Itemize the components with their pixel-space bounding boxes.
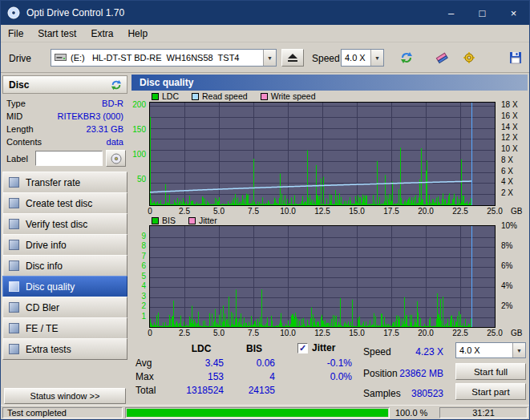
menu-item-help[interactable]: Help (120, 25, 155, 42)
x-tick: 22.5 (452, 207, 467, 216)
chart2-x-axis: 02.55.07.510.012.515.017.520.022.525.0GB (150, 329, 527, 338)
eraser-icon (435, 51, 448, 64)
position-value: 23862 MB (394, 368, 443, 379)
sidebar-item-transfer-rate[interactable]: Transfer rate (2, 172, 127, 193)
right-tick: 18 X (501, 100, 518, 109)
result-value-avg-ldc: 3.45 (179, 357, 224, 369)
disc-info-value: data (107, 137, 123, 147)
column-header-ldc: LDC (179, 343, 224, 354)
read-label-button[interactable] (106, 150, 126, 167)
left-tick: 100 (132, 150, 146, 159)
disc-info-label: Type (6, 99, 26, 108)
x-tick: 10.0 (280, 329, 295, 337)
status-message: Test completed (2, 407, 123, 418)
sidebar-item-verify-test-disc[interactable]: Verify test disc (2, 213, 127, 235)
status-text: Test completed (7, 408, 67, 418)
right-tick: 6 X (501, 167, 513, 176)
sidebar-item-cd-bler[interactable]: CD Bler (2, 297, 127, 318)
x-tick: 2.5 (179, 329, 190, 337)
legend-label: BIS (162, 216, 176, 225)
disc-info-row: Length23.31 GB (6, 123, 123, 135)
elapsed-time-text: 31:21 (472, 408, 495, 418)
x-tick: 17.5 (383, 207, 399, 216)
maximize-button[interactable]: □ (467, 1, 498, 25)
menu-item-extra[interactable]: Extra (83, 25, 120, 42)
disc-info-row: TypeBD-R (6, 97, 123, 110)
drive-select[interactable]: (E:) HL-DT-ST BD-RE WH16NS58 TST4 ▼ (51, 49, 277, 67)
menubar: FileStart testExtraHelp (1, 25, 529, 42)
legend-swatch (152, 217, 159, 224)
speed-select-results[interactable]: 4.0 X ▼ (455, 342, 526, 358)
jitter-header-label: Jitter (312, 342, 335, 353)
sidebar-item-label: FE / TE (26, 323, 58, 334)
x-tick: 5.0 (213, 207, 225, 216)
left-tick: 2 (141, 301, 146, 310)
window-title: Opti Drive Control 1.70 (26, 7, 435, 18)
disc-icon (111, 153, 122, 164)
sidebar-item-label: CD Bler (26, 302, 59, 313)
verify-test-disc-icon (9, 219, 19, 229)
label-label: Label (6, 154, 32, 164)
speed-select-toolbar[interactable]: 4.0 X ▼ (341, 49, 384, 67)
result-value-max-bis: 4 (233, 371, 275, 382)
x-tick: 12.5 (314, 329, 330, 337)
x-tick: 7.5 (248, 207, 259, 216)
chart2-left-axis: 987654321 (129, 225, 148, 326)
speed-select-results-value: 4.0 X (459, 345, 480, 355)
speed-result-label: Speed (363, 346, 391, 357)
legend-jitter: Jitter (188, 216, 217, 225)
disc-info-row: Contentsdata (6, 135, 123, 148)
jitter-checkbox[interactable]: ✓ (297, 343, 308, 353)
erase-disc-button[interactable] (431, 48, 453, 67)
label-input[interactable] (35, 151, 103, 166)
save-results-button[interactable] (504, 48, 527, 67)
refresh-speeds-button[interactable] (395, 48, 418, 67)
statusbar: Test completed 100.0 % 31:21 (1, 405, 529, 419)
disc-info-label: Contents (6, 137, 42, 147)
right-tick: 4% (501, 281, 512, 290)
close-button[interactable]: × (498, 1, 529, 25)
disc-info-label: MID (6, 111, 22, 121)
chart2-right-axis: 10%8%6%4%2% (499, 225, 528, 326)
minimize-button[interactable]: – (435, 1, 467, 25)
legend-label: Write speed (271, 91, 316, 101)
status-window-button[interactable]: Status window >> (4, 388, 126, 404)
sidebar-buttons: Transfer rateCreate test discVerify test… (1, 172, 129, 360)
disc-info-icon (9, 260, 19, 271)
check-icon: ✓ (299, 343, 306, 353)
settings-button[interactable] (458, 48, 480, 67)
sidebar-item-extra-tests[interactable]: Extra tests (2, 338, 127, 360)
disc-info-label: Length (6, 124, 34, 134)
legend-label: LDC (162, 91, 179, 101)
start-part-button[interactable]: Start part (455, 383, 526, 400)
label-row: Label (1, 148, 129, 167)
chevron-down-icon: ▼ (370, 50, 383, 66)
sidebar-item-disc-info[interactable]: Disc info (2, 255, 127, 277)
legend-bis: BIS (152, 216, 176, 225)
sidebar: Disc TypeBD-RMIDRITEKBR3 (000)Length23.3… (1, 73, 129, 406)
menu-item-start-test[interactable]: Start test (30, 25, 83, 42)
left-tick: 6 (141, 261, 146, 270)
sidebar-item-fe-te[interactable]: FE / TE (2, 317, 127, 339)
right-tick: 14 X (501, 123, 518, 131)
legend-label: Jitter (199, 216, 217, 225)
sidebar-item-disc-quality[interactable]: Disc quality (2, 276, 127, 297)
result-value-total-ldc: 1318524 (179, 385, 224, 396)
result-value-avg-bis: 0.06 (233, 357, 275, 369)
column-header-bis: BIS (233, 343, 275, 354)
disc-info-value: BD-R (102, 99, 123, 108)
sidebar-item-create-test-disc[interactable]: Create test disc (2, 192, 127, 214)
refresh-disc-button[interactable] (107, 77, 124, 92)
cd-bler-icon (9, 302, 19, 313)
jitter-header: ✓ Jitter (297, 342, 335, 353)
refresh-icon (111, 79, 122, 91)
sidebar-item-drive-info[interactable]: Drive info (2, 234, 127, 256)
eject-button[interactable] (281, 49, 304, 67)
right-tick: 6% (501, 261, 512, 270)
titlebar[interactable]: Opti Drive Control 1.70 – □ × (1, 1, 529, 25)
disc-info-value: RITEKBR3 (000) (57, 111, 123, 121)
legend-swatch (188, 217, 196, 224)
left-tick: 9 (141, 232, 146, 240)
start-full-button[interactable]: Start full (455, 363, 526, 380)
menu-item-file[interactable]: File (1, 25, 30, 42)
